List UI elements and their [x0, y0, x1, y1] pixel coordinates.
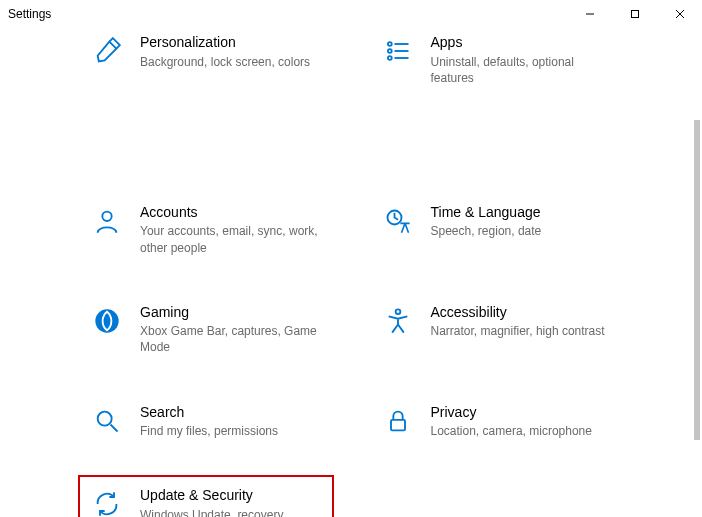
- tile-time-language[interactable]: Time & Language Speech, region, date: [381, 198, 652, 262]
- tile-subtitle: Narrator, magnifier, high contrast: [431, 323, 605, 339]
- tile-title: Accessibility: [431, 304, 605, 322]
- svg-point-14: [98, 411, 112, 425]
- privacy-icon: [383, 406, 413, 436]
- tile-subtitle: Find my files, permissions: [140, 423, 278, 439]
- tile-title: Update & Security: [140, 487, 325, 505]
- tile-apps[interactable]: Apps Uninstall, defaults, optional featu…: [381, 28, 652, 92]
- tile-accessibility[interactable]: Accessibility Narrator, magnifier, high …: [381, 298, 652, 362]
- svg-rect-16: [391, 419, 405, 430]
- personalization-icon: [92, 36, 122, 66]
- accounts-icon: [92, 206, 122, 236]
- apps-icon: [383, 36, 413, 66]
- tile-personalization[interactable]: Personalization Background, lock screen,…: [90, 28, 361, 92]
- tile-subtitle: Uninstall, defaults, optional features: [431, 54, 616, 86]
- tile-subtitle: Background, lock screen, colors: [140, 54, 310, 70]
- time-language-icon: [383, 206, 413, 236]
- maximize-button[interactable]: [612, 0, 657, 28]
- tile-accounts[interactable]: Accounts Your accounts, email, sync, wor…: [90, 198, 361, 262]
- svg-rect-1: [631, 11, 638, 18]
- gaming-icon: [92, 306, 122, 336]
- minimize-button[interactable]: [567, 0, 612, 28]
- tile-search[interactable]: Search Find my files, permissions: [90, 398, 361, 446]
- window-controls: [567, 0, 702, 28]
- tile-title: Gaming: [140, 304, 325, 322]
- tile-privacy[interactable]: Privacy Location, camera, microphone: [381, 398, 652, 446]
- tile-title: Search: [140, 404, 278, 422]
- close-button[interactable]: [657, 0, 702, 28]
- tile-subtitle: Location, camera, microphone: [431, 423, 592, 439]
- window-title: Settings: [8, 7, 51, 21]
- svg-point-13: [395, 309, 400, 314]
- tile-subtitle: Speech, region, date: [431, 223, 542, 239]
- scrollbar-thumb[interactable]: [694, 120, 700, 440]
- svg-point-4: [387, 42, 391, 46]
- tile-title: Personalization: [140, 34, 310, 52]
- svg-point-10: [102, 212, 111, 221]
- tile-title: Accounts: [140, 204, 325, 222]
- accessibility-icon: [383, 306, 413, 336]
- svg-line-15: [111, 424, 118, 431]
- search-icon: [92, 406, 122, 436]
- tile-subtitle: Xbox Game Bar, captures, Game Mode: [140, 323, 325, 355]
- tile-gaming[interactable]: Gaming Xbox Game Bar, captures, Game Mod…: [90, 298, 361, 362]
- tile-update-security[interactable]: Update & Security Windows Update, recove…: [78, 475, 334, 517]
- settings-grid: Personalization Background, lock screen,…: [0, 28, 691, 517]
- tile-title: Privacy: [431, 404, 592, 422]
- svg-point-6: [387, 49, 391, 53]
- settings-content: Personalization Background, lock screen,…: [0, 28, 691, 517]
- tile-title: Apps: [431, 34, 616, 52]
- tile-subtitle: Your accounts, email, sync, work, other …: [140, 223, 325, 255]
- tile-title: Time & Language: [431, 204, 542, 222]
- tile-subtitle: Windows Update, recovery, backup: [140, 507, 325, 517]
- update-security-icon: [92, 489, 122, 517]
- svg-point-8: [387, 56, 391, 60]
